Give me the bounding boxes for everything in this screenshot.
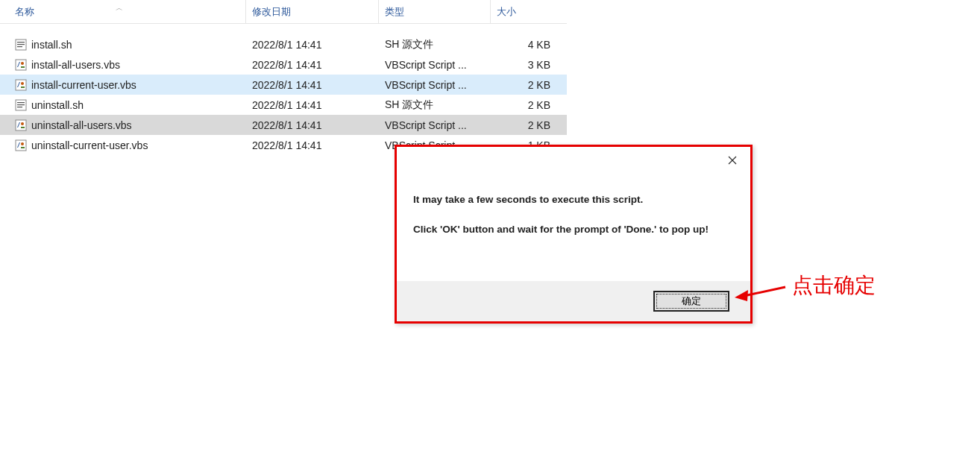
file-row[interactable]: install.sh2022/8/1 14:41SH 源文件4 KB <box>0 34 567 54</box>
file-size: 2 KB <box>491 99 565 111</box>
file-row[interactable]: uninstall.sh2022/8/1 14:41SH 源文件2 KB <box>0 95 567 115</box>
file-icon <box>15 119 27 131</box>
column-type-label: 类型 <box>385 5 404 19</box>
close-icon <box>728 156 737 165</box>
file-name: uninstall.sh <box>31 99 84 111</box>
svg-rect-17 <box>16 140 26 151</box>
svg-marker-23 <box>735 290 748 301</box>
ok-button-label: 确定 <box>682 294 701 308</box>
file-size: 2 KB <box>491 79 565 91</box>
file-type: SH 源文件 <box>379 98 491 112</box>
column-size-label: 大小 <box>497 5 516 19</box>
file-date: 2022/8/1 14:41 <box>246 99 379 111</box>
column-date-label: 修改日期 <box>252 5 291 19</box>
file-type: VBScript Script ... <box>379 59 491 71</box>
file-icon <box>15 79 27 91</box>
file-list: 名称 ︿ 修改日期 类型 大小 install.sh2022/8/1 14:41… <box>0 0 567 155</box>
file-row[interactable]: install-current-user.vbs2022/8/1 14:41VB… <box>0 75 567 95</box>
svg-rect-13 <box>17 107 22 107</box>
file-name: install.sh <box>31 39 72 51</box>
dialog-text-line1: It may take a few seconds to execute thi… <box>413 192 734 208</box>
column-name-label: 名称 <box>15 5 34 19</box>
annotation-arrow-icon <box>735 281 787 303</box>
svg-rect-7 <box>16 80 26 90</box>
file-type: VBScript Script ... <box>379 79 491 91</box>
sort-indicator-icon: ︿ <box>116 3 123 13</box>
file-icon <box>15 59 27 71</box>
file-date: 2022/8/1 14:41 <box>246 39 379 51</box>
svg-rect-6 <box>21 66 25 68</box>
column-header-size[interactable]: 大小 <box>491 0 565 23</box>
svg-rect-2 <box>17 44 25 45</box>
dialog-text-line2: Click 'OK' button and wait for the promp… <box>413 221 734 238</box>
annotation-text: 点击确定 <box>792 271 876 300</box>
file-type: SH 源文件 <box>379 38 491 51</box>
svg-point-18 <box>21 142 24 145</box>
file-size: 4 KB <box>491 39 565 51</box>
dialog-titlebar <box>397 147 750 174</box>
svg-point-8 <box>21 82 24 85</box>
file-row[interactable]: uninstall-all-users.vbs2022/8/1 14:41VBS… <box>0 115 567 135</box>
svg-rect-3 <box>17 46 22 47</box>
column-header-row: 名称 ︿ 修改日期 类型 大小 <box>0 0 567 24</box>
file-name: install-current-user.vbs <box>31 79 136 91</box>
svg-rect-14 <box>16 120 26 130</box>
ok-button[interactable]: 确定 <box>653 291 729 312</box>
file-date: 2022/8/1 14:41 <box>246 79 379 91</box>
dialog-footer: 确定 <box>397 281 750 321</box>
svg-rect-1 <box>17 42 25 42</box>
svg-rect-16 <box>21 127 25 128</box>
file-row[interactable]: install-all-users.vbs2022/8/1 14:41VBScr… <box>0 54 567 75</box>
svg-rect-19 <box>21 147 25 148</box>
svg-rect-9 <box>21 86 25 88</box>
file-size: 2 KB <box>491 119 565 131</box>
svg-line-22 <box>744 287 785 296</box>
dialog-body: It may take a few seconds to execute thi… <box>397 174 750 258</box>
file-icon <box>15 39 27 51</box>
svg-point-5 <box>21 62 24 65</box>
file-date: 2022/8/1 14:41 <box>246 119 379 131</box>
file-date: 2022/8/1 14:41 <box>246 139 379 151</box>
svg-rect-11 <box>17 102 25 103</box>
svg-point-15 <box>21 122 24 125</box>
file-name: uninstall-current-user.vbs <box>31 139 148 151</box>
column-header-name[interactable]: 名称 ︿ <box>0 0 246 23</box>
file-date: 2022/8/1 14:41 <box>246 59 379 71</box>
svg-rect-4 <box>16 60 26 70</box>
message-dialog: It may take a few seconds to execute thi… <box>395 145 753 324</box>
column-header-date[interactable]: 修改日期 <box>246 0 379 23</box>
file-icon <box>15 99 27 111</box>
file-name: install-all-users.vbs <box>31 59 120 71</box>
column-header-type[interactable]: 类型 <box>379 0 491 23</box>
spacer <box>0 24 567 34</box>
file-type: VBScript Script ... <box>379 119 491 131</box>
close-button[interactable] <box>722 150 743 171</box>
file-name: uninstall-all-users.vbs <box>31 119 132 131</box>
svg-rect-12 <box>17 104 25 105</box>
file-icon <box>15 139 27 151</box>
file-size: 3 KB <box>491 59 565 71</box>
